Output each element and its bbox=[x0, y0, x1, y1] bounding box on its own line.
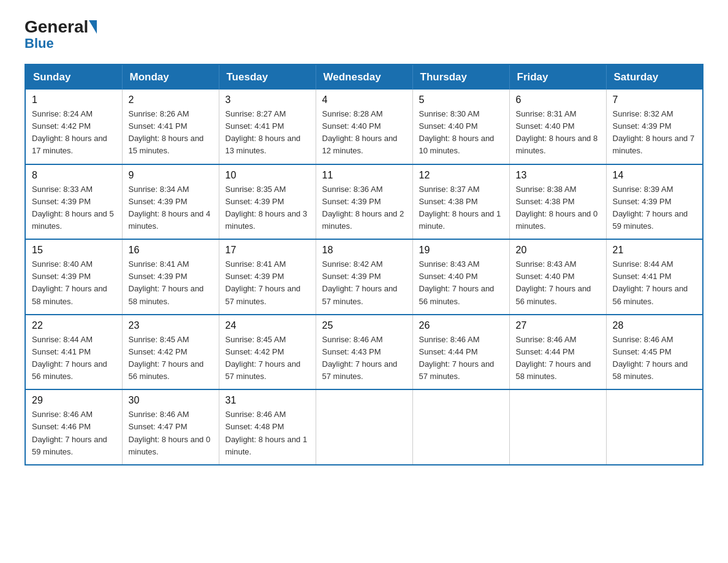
day-info: Sunrise: 8:32 AMSunset: 4:39 PMDaylight:… bbox=[613, 108, 697, 158]
day-info: Sunrise: 8:40 AMSunset: 4:39 PMDaylight:… bbox=[32, 258, 116, 308]
day-number: 20 bbox=[516, 245, 600, 256]
weekday-header-wednesday: Wednesday bbox=[316, 64, 412, 90]
calendar-cell: 6 Sunrise: 8:31 AMSunset: 4:40 PMDayligh… bbox=[509, 90, 606, 164]
day-info: Sunrise: 8:34 AMSunset: 4:39 PMDaylight:… bbox=[129, 183, 213, 233]
logo-triangle-icon bbox=[89, 20, 97, 34]
day-number: 22 bbox=[32, 320, 116, 331]
calendar-header-row: SundayMondayTuesdayWednesdayThursdayFrid… bbox=[25, 64, 703, 90]
day-info: Sunrise: 8:28 AMSunset: 4:40 PMDaylight:… bbox=[322, 108, 406, 158]
day-info: Sunrise: 8:46 AMSunset: 4:47 PMDaylight:… bbox=[129, 408, 213, 458]
calendar-cell: 10 Sunrise: 8:35 AMSunset: 4:39 PMDaylig… bbox=[219, 164, 316, 240]
calendar-cell: 28 Sunrise: 8:46 AMSunset: 4:45 PMDaylig… bbox=[606, 315, 703, 390]
day-number: 18 bbox=[322, 245, 406, 256]
day-info: Sunrise: 8:46 AMSunset: 4:44 PMDaylight:… bbox=[419, 334, 503, 383]
day-info: Sunrise: 8:45 AMSunset: 4:42 PMDaylight:… bbox=[129, 334, 213, 383]
calendar-cell: 11 Sunrise: 8:36 AMSunset: 4:39 PMDaylig… bbox=[316, 164, 412, 240]
calendar-cell: 27 Sunrise: 8:46 AMSunset: 4:44 PMDaylig… bbox=[509, 315, 606, 390]
weekday-header-thursday: Thursday bbox=[412, 64, 509, 90]
calendar-week-row: 29 Sunrise: 8:46 AMSunset: 4:46 PMDaylig… bbox=[25, 389, 703, 465]
calendar-week-row: 22 Sunrise: 8:44 AMSunset: 4:41 PMDaylig… bbox=[25, 315, 703, 390]
calendar-cell: 22 Sunrise: 8:44 AMSunset: 4:41 PMDaylig… bbox=[25, 315, 122, 390]
day-number: 16 bbox=[129, 245, 213, 256]
day-info: Sunrise: 8:44 AMSunset: 4:41 PMDaylight:… bbox=[32, 334, 116, 383]
calendar-week-row: 15 Sunrise: 8:40 AMSunset: 4:39 PMDaylig… bbox=[25, 239, 703, 315]
day-info: Sunrise: 8:45 AMSunset: 4:42 PMDaylight:… bbox=[226, 334, 309, 383]
day-info: Sunrise: 8:33 AMSunset: 4:39 PMDaylight:… bbox=[32, 183, 116, 233]
day-number: 10 bbox=[226, 170, 309, 181]
calendar-cell: 25 Sunrise: 8:46 AMSunset: 4:43 PMDaylig… bbox=[316, 315, 412, 390]
day-info: Sunrise: 8:41 AMSunset: 4:39 PMDaylight:… bbox=[226, 258, 309, 308]
calendar-cell: 21 Sunrise: 8:44 AMSunset: 4:41 PMDaylig… bbox=[606, 239, 703, 315]
day-number: 19 bbox=[419, 245, 503, 256]
day-info: Sunrise: 8:30 AMSunset: 4:40 PMDaylight:… bbox=[419, 108, 503, 158]
calendar-cell: 24 Sunrise: 8:45 AMSunset: 4:42 PMDaylig… bbox=[219, 315, 316, 390]
calendar-cell bbox=[509, 389, 606, 465]
day-info: Sunrise: 8:37 AMSunset: 4:38 PMDaylight:… bbox=[419, 183, 503, 233]
calendar-week-row: 8 Sunrise: 8:33 AMSunset: 4:39 PMDayligh… bbox=[25, 164, 703, 240]
day-number: 30 bbox=[129, 395, 213, 406]
day-info: Sunrise: 8:46 AMSunset: 4:44 PMDaylight:… bbox=[516, 334, 600, 383]
calendar-cell: 4 Sunrise: 8:28 AMSunset: 4:40 PMDayligh… bbox=[316, 90, 412, 164]
calendar-cell: 23 Sunrise: 8:45 AMSunset: 4:42 PMDaylig… bbox=[122, 315, 219, 390]
calendar-cell: 29 Sunrise: 8:46 AMSunset: 4:46 PMDaylig… bbox=[25, 389, 122, 465]
day-number: 3 bbox=[226, 94, 309, 105]
day-info: Sunrise: 8:41 AMSunset: 4:39 PMDaylight:… bbox=[129, 258, 213, 308]
calendar-cell: 16 Sunrise: 8:41 AMSunset: 4:39 PMDaylig… bbox=[122, 239, 219, 315]
day-number: 29 bbox=[32, 395, 116, 406]
day-info: Sunrise: 8:43 AMSunset: 4:40 PMDaylight:… bbox=[516, 258, 600, 308]
day-info: Sunrise: 8:44 AMSunset: 4:41 PMDaylight:… bbox=[613, 258, 697, 308]
day-info: Sunrise: 8:42 AMSunset: 4:39 PMDaylight:… bbox=[322, 258, 406, 308]
day-number: 1 bbox=[32, 94, 116, 105]
calendar-cell: 7 Sunrise: 8:32 AMSunset: 4:39 PMDayligh… bbox=[606, 90, 703, 164]
logo-general-text: General bbox=[25, 18, 88, 36]
weekday-header-monday: Monday bbox=[122, 64, 219, 90]
calendar-cell: 20 Sunrise: 8:43 AMSunset: 4:40 PMDaylig… bbox=[509, 239, 606, 315]
weekday-header-tuesday: Tuesday bbox=[219, 64, 316, 90]
day-number: 7 bbox=[613, 94, 697, 105]
calendar-cell: 5 Sunrise: 8:30 AMSunset: 4:40 PMDayligh… bbox=[412, 90, 509, 164]
day-info: Sunrise: 8:46 AMSunset: 4:43 PMDaylight:… bbox=[322, 334, 406, 383]
day-number: 27 bbox=[516, 320, 600, 331]
day-number: 4 bbox=[322, 94, 406, 105]
calendar-cell: 9 Sunrise: 8:34 AMSunset: 4:39 PMDayligh… bbox=[122, 164, 219, 240]
day-number: 13 bbox=[516, 170, 600, 181]
day-info: Sunrise: 8:27 AMSunset: 4:41 PMDaylight:… bbox=[226, 108, 309, 158]
calendar-cell bbox=[316, 389, 412, 465]
day-number: 15 bbox=[32, 245, 116, 256]
day-number: 28 bbox=[613, 320, 697, 331]
weekday-header-saturday: Saturday bbox=[606, 64, 703, 90]
day-number: 14 bbox=[613, 170, 697, 181]
day-number: 24 bbox=[226, 320, 309, 331]
weekday-header-sunday: Sunday bbox=[25, 64, 122, 90]
day-number: 11 bbox=[322, 170, 406, 181]
day-number: 9 bbox=[129, 170, 213, 181]
logo: General Blue bbox=[25, 18, 97, 52]
calendar-cell: 17 Sunrise: 8:41 AMSunset: 4:39 PMDaylig… bbox=[219, 239, 316, 315]
day-info: Sunrise: 8:31 AMSunset: 4:40 PMDaylight:… bbox=[516, 108, 600, 158]
day-info: Sunrise: 8:38 AMSunset: 4:38 PMDaylight:… bbox=[516, 183, 600, 233]
calendar-cell: 3 Sunrise: 8:27 AMSunset: 4:41 PMDayligh… bbox=[219, 90, 316, 164]
day-number: 8 bbox=[32, 170, 116, 181]
day-number: 6 bbox=[516, 94, 600, 105]
day-info: Sunrise: 8:39 AMSunset: 4:39 PMDaylight:… bbox=[613, 183, 697, 233]
day-number: 26 bbox=[419, 320, 503, 331]
calendar-cell: 15 Sunrise: 8:40 AMSunset: 4:39 PMDaylig… bbox=[25, 239, 122, 315]
day-number: 21 bbox=[613, 245, 697, 256]
calendar-cell: 26 Sunrise: 8:46 AMSunset: 4:44 PMDaylig… bbox=[412, 315, 509, 390]
day-number: 5 bbox=[419, 94, 503, 105]
calendar-cell: 8 Sunrise: 8:33 AMSunset: 4:39 PMDayligh… bbox=[25, 164, 122, 240]
calendar-cell bbox=[606, 389, 703, 465]
day-info: Sunrise: 8:46 AMSunset: 4:46 PMDaylight:… bbox=[32, 408, 116, 458]
logo-blue-text: Blue bbox=[25, 36, 54, 52]
calendar-cell: 18 Sunrise: 8:42 AMSunset: 4:39 PMDaylig… bbox=[316, 239, 412, 315]
day-number: 23 bbox=[129, 320, 213, 331]
day-number: 12 bbox=[419, 170, 503, 181]
calendar-cell: 30 Sunrise: 8:46 AMSunset: 4:47 PMDaylig… bbox=[122, 389, 219, 465]
day-info: Sunrise: 8:36 AMSunset: 4:39 PMDaylight:… bbox=[322, 183, 406, 233]
weekday-header-friday: Friday bbox=[509, 64, 606, 90]
day-info: Sunrise: 8:46 AMSunset: 4:48 PMDaylight:… bbox=[226, 408, 309, 458]
calendar-cell bbox=[412, 389, 509, 465]
calendar-cell: 31 Sunrise: 8:46 AMSunset: 4:48 PMDaylig… bbox=[219, 389, 316, 465]
day-number: 2 bbox=[129, 94, 213, 105]
calendar-table: SundayMondayTuesdayWednesdayThursdayFrid… bbox=[25, 64, 703, 465]
